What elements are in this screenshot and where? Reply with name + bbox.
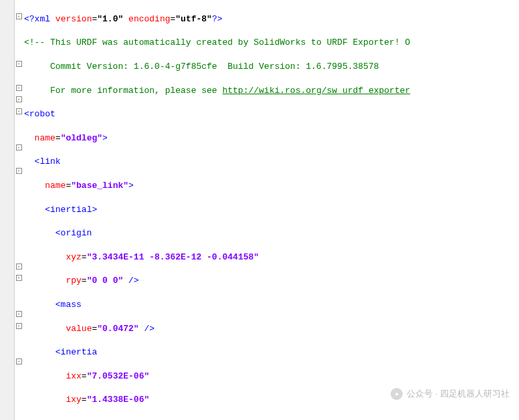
comment-line: Commit Version: 1.6.0-4-g7f85cfe Build V…: [24, 62, 379, 72]
tag-inertia: <inertia: [56, 347, 97, 357]
fold-toggle-icon[interactable]: -: [16, 144, 22, 150]
fold-toggle-icon[interactable]: -: [16, 358, 22, 364]
comment-line: This URDF was automatically created by S…: [50, 37, 410, 47]
fold-toggle-icon[interactable]: -: [16, 85, 22, 91]
fold-toggle-icon[interactable]: -: [16, 323, 22, 329]
fold-toggle-icon[interactable]: -: [16, 13, 22, 19]
fold-toggle-icon[interactable]: -: [16, 311, 22, 317]
code-editor: - - - - - - - - - - - - <?xml version="1…: [0, 0, 519, 420]
fold-toggle-icon[interactable]: -: [16, 168, 22, 174]
fold-toggle-icon[interactable]: -: [16, 108, 22, 114]
comment-line: For more information, please see: [24, 86, 222, 96]
fold-toggle-icon[interactable]: -: [16, 264, 22, 270]
tag-origin: <origin: [56, 228, 92, 238]
tag-robot: <robot: [24, 109, 56, 119]
xml-decl-open: <?: [24, 14, 35, 24]
fold-column: - - - - - - - - - - - -: [15, 0, 23, 420]
tag-inertial: <inertial>: [45, 205, 97, 215]
fold-toggle-icon[interactable]: -: [16, 96, 22, 102]
fold-toggle-icon[interactable]: -: [16, 275, 22, 281]
fold-toggle-icon[interactable]: -: [16, 61, 22, 67]
tag-link: <link: [35, 156, 61, 167]
comment-open: <!--: [24, 37, 50, 47]
tag-mass: <mass: [56, 300, 82, 310]
line-number-gutter: [0, 0, 15, 420]
code-content[interactable]: <?xml version="1.0" encoding="utf-8"?> <…: [23, 0, 413, 420]
link-url[interactable]: http://wiki.ros.org/sw_urdf_exporter: [222, 86, 410, 96]
